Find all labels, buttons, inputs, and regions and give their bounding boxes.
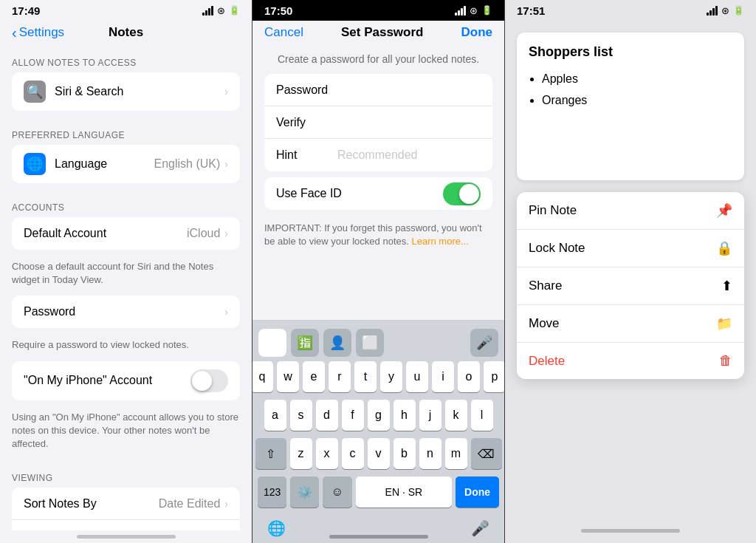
key-z[interactable]: z bbox=[290, 438, 312, 469]
verify-field-label: Verify bbox=[276, 116, 335, 129]
mic-bottom-icon[interactable]: 🎤 bbox=[471, 519, 489, 537]
settings-content: ALLOW NOTES TO ACCESS 🔍 Siri & Search › … bbox=[0, 44, 252, 530]
key-h[interactable]: h bbox=[394, 400, 416, 431]
default-account-row[interactable]: Default Account iCloud › bbox=[12, 217, 240, 250]
back-label[interactable]: Settings bbox=[19, 25, 64, 40]
new-notes-row[interactable]: New Notes Start With Title › bbox=[12, 520, 240, 530]
key-j[interactable]: j bbox=[419, 400, 441, 431]
password-label: Password bbox=[24, 305, 224, 318]
delete-item[interactable]: Delete 🗑 bbox=[517, 343, 744, 379]
key-t[interactable]: t bbox=[354, 361, 377, 392]
globe-icon[interactable]: 🌐 bbox=[267, 519, 286, 537]
move-item[interactable]: Move 📁 bbox=[517, 305, 744, 343]
delete-label: Delete bbox=[529, 354, 565, 369]
section-header-viewing: VIEWING bbox=[0, 460, 252, 488]
home-indicator-2 bbox=[329, 535, 428, 539]
language-label: Language bbox=[55, 157, 154, 171]
key-n[interactable]: n bbox=[419, 438, 441, 469]
important-text: IMPORTANT: If you forget this password, … bbox=[252, 216, 504, 254]
settings-group-password: Password › bbox=[12, 296, 240, 328]
key-w[interactable]: w bbox=[277, 361, 299, 392]
key-f[interactable]: f bbox=[342, 400, 364, 431]
face-id-toggle[interactable] bbox=[443, 182, 481, 205]
note-list: Apples Oranges bbox=[529, 69, 732, 112]
pin-note-item[interactable]: Pin Note 📌 bbox=[517, 192, 744, 230]
emoji-key[interactable]: ⚙️ bbox=[290, 477, 319, 508]
nav-bar-1: ‹ Settings Notes bbox=[0, 21, 252, 44]
key-a[interactable]: a bbox=[264, 400, 286, 431]
hint-input[interactable] bbox=[337, 139, 485, 171]
key-y[interactable]: y bbox=[380, 361, 402, 392]
settings-notes-panel: 17:49 ⊛ 🔋 ‹ Settings Notes ALLOW NOTES T… bbox=[0, 0, 252, 543]
share-icon: ⬆ bbox=[721, 278, 732, 294]
cancel-button[interactable]: Cancel bbox=[264, 25, 303, 40]
language-icon: 🌐 bbox=[24, 153, 46, 175]
password-field-row: Password bbox=[264, 74, 492, 106]
key-v[interactable]: v bbox=[368, 438, 390, 469]
siri-label: Siri & Search bbox=[55, 85, 224, 98]
key-c[interactable]: c bbox=[342, 438, 364, 469]
kb-done-key[interactable]: Done bbox=[456, 477, 499, 508]
learn-more-link[interactable]: Learn more... bbox=[411, 236, 468, 247]
shift-key[interactable]: ⇧ bbox=[255, 438, 286, 469]
key-b[interactable]: b bbox=[394, 438, 416, 469]
key-r[interactable]: r bbox=[329, 361, 351, 392]
key-d[interactable]: d bbox=[316, 400, 338, 431]
sort-notes-row[interactable]: Sort Notes By Date Edited › bbox=[12, 488, 240, 520]
share-item[interactable]: Share ⬆ bbox=[517, 267, 744, 305]
new-notes-label: New Notes Start With bbox=[24, 530, 199, 530]
mic-icon[interactable]: 🎤 bbox=[470, 329, 498, 357]
done-button[interactable]: Done bbox=[461, 25, 492, 40]
language-value: English (UK) bbox=[154, 157, 221, 171]
wifi-icon-3: ⊛ bbox=[721, 5, 729, 16]
lock-note-label: Lock Note bbox=[529, 241, 585, 256]
key-u[interactable]: u bbox=[406, 361, 428, 392]
password-input[interactable] bbox=[335, 74, 483, 106]
numbers-key[interactable]: 123 bbox=[258, 477, 286, 508]
new-notes-value: Title bbox=[199, 530, 221, 530]
key-l[interactable]: l bbox=[471, 400, 493, 431]
password-fields-group: Password Verify Hint bbox=[264, 74, 492, 171]
keyboard-rows: q w e r t y u i o p a s d f g h j k l bbox=[255, 361, 501, 469]
lock-icon: 🔒 bbox=[716, 240, 732, 256]
back-button[interactable]: ‹ Settings bbox=[12, 24, 64, 41]
key-i[interactable]: i bbox=[432, 361, 454, 392]
default-account-label: Default Account bbox=[24, 227, 187, 240]
siri-search-row[interactable]: 🔍 Siri & Search › bbox=[12, 72, 240, 111]
key-m[interactable]: m bbox=[445, 438, 467, 469]
hint-field-label: Hint bbox=[276, 148, 335, 162]
home-indicator-1 bbox=[77, 535, 176, 539]
password-note: Require a password to view locked notes. bbox=[0, 334, 252, 361]
delete-key[interactable]: ⌫ bbox=[471, 438, 502, 469]
account-note: Choose a default account for Siri and th… bbox=[0, 256, 252, 296]
on-my-iphone-toggle[interactable] bbox=[190, 369, 228, 392]
translate-icon[interactable]: 🈯 bbox=[291, 329, 319, 357]
section-header-allow: ALLOW NOTES TO ACCESS bbox=[0, 44, 252, 72]
key-k[interactable]: k bbox=[445, 400, 467, 431]
face-id-knob bbox=[459, 184, 479, 204]
space-key space[interactable]: EN · SR bbox=[356, 477, 453, 508]
time-2: 17:50 bbox=[264, 4, 292, 17]
key-g[interactable]: g bbox=[368, 400, 390, 431]
password-field-label: Password bbox=[276, 83, 335, 97]
key-e[interactable]: e bbox=[303, 361, 325, 392]
image-icon[interactable]: 👤 bbox=[323, 329, 351, 357]
language-row[interactable]: 🌐 Language English (UK) › bbox=[12, 145, 240, 183]
time-3: 17:51 bbox=[517, 4, 545, 17]
section-header-accounts: ACCOUNTS bbox=[0, 189, 252, 217]
emoji2-key[interactable]: ☺ bbox=[323, 477, 351, 508]
on-my-iphone-row[interactable]: "On My iPhone" Account bbox=[12, 361, 240, 400]
verify-input[interactable] bbox=[335, 106, 483, 138]
key-o[interactable]: o bbox=[458, 361, 480, 392]
key-q[interactable]: q bbox=[252, 361, 273, 392]
google-icon[interactable]: G bbox=[258, 329, 286, 357]
lock-note-item[interactable]: Lock Note 🔒 bbox=[517, 230, 744, 267]
key-p[interactable]: p bbox=[484, 361, 504, 392]
password-row[interactable]: Password › bbox=[12, 296, 240, 328]
status-bar-1: 17:49 ⊛ 🔋 bbox=[0, 0, 252, 21]
key-x[interactable]: x bbox=[316, 438, 338, 469]
keyboard-row-3: ⇧ z x c v b n m ⌫ bbox=[258, 438, 499, 469]
camera-icon[interactable]: ⬜ bbox=[356, 329, 384, 357]
status-bar-3: 17:51 ⊛ 🔋 bbox=[505, 0, 756, 21]
key-s[interactable]: s bbox=[290, 400, 312, 431]
